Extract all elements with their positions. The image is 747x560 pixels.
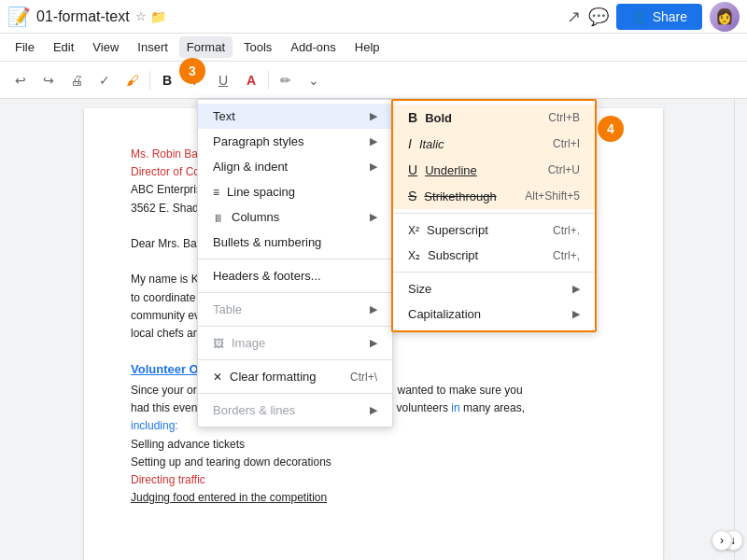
underline-icon: U xyxy=(408,162,417,177)
doc-list-4: Judging food entered in the competition xyxy=(131,489,616,507)
print-button[interactable]: 🖨 xyxy=(63,67,90,93)
fmt-divider-2 xyxy=(198,292,392,293)
text-divider-2 xyxy=(393,272,595,273)
comment-icon[interactable]: 💬 xyxy=(588,7,609,27)
format-menu-paragraph[interactable]: Paragraph styles ▶ xyxy=(198,129,392,154)
strike-label-area: S Strikethrough xyxy=(408,189,497,203)
format-menu-text[interactable]: Text ▶ xyxy=(198,104,392,129)
headers-label: Headers & footers... xyxy=(213,269,321,283)
redo-button[interactable]: ↪ xyxy=(35,67,62,93)
format-menu-image: 🖼 Image ▶ xyxy=(198,330,392,356)
menu-help[interactable]: Help xyxy=(347,36,388,58)
subscript-label-area: X₂ Subscript xyxy=(408,248,478,262)
text-italic[interactable]: I Italic Ctrl+I xyxy=(393,131,595,157)
menu-tools[interactable]: Tools xyxy=(236,36,279,58)
format-menu-linespacing[interactable]: ≡ Line spacing xyxy=(198,179,392,204)
image-icon: 🖼 xyxy=(213,337,224,350)
scroll-right-btn[interactable]: › xyxy=(712,530,732,551)
text-bold[interactable]: B Bold Ctrl+B xyxy=(393,105,595,131)
star-icon[interactable]: ☆ xyxy=(135,9,147,23)
menu-file[interactable]: File xyxy=(7,36,42,58)
table-label: Table xyxy=(213,302,242,316)
folder-icon[interactable]: 📁 xyxy=(150,9,166,24)
superscript-text: Superscript xyxy=(427,223,488,237)
spellcheck-button[interactable]: ✓ xyxy=(92,67,118,93)
italic-shortcut: Ctrl+I xyxy=(553,137,580,150)
size-chevron: ▶ xyxy=(572,283,580,295)
share-button[interactable]: 👤 Share xyxy=(616,4,702,30)
columns-icon: ⫼ xyxy=(213,211,224,224)
toolbar: ↩ ↪ 🖨 ✓ 🖌 B I U A ✏ ⌄ xyxy=(0,62,747,99)
text-divider-1 xyxy=(393,213,595,214)
strikethrough-shortcut: Alt+Shift+5 xyxy=(525,189,580,203)
font-color-button[interactable]: A xyxy=(238,67,264,93)
trend-icon[interactable]: ↗ xyxy=(567,7,581,27)
text-superscript[interactable]: X² Superscript Ctrl+. xyxy=(393,217,595,243)
scrollbar-right[interactable] xyxy=(734,99,747,560)
superscript-label-area: X² Superscript xyxy=(408,223,488,237)
text-chevron: ▶ xyxy=(370,110,377,122)
avatar[interactable]: 👩 xyxy=(710,2,740,32)
align-chevron: ▶ xyxy=(370,161,377,173)
format-menu: Text ▶ Paragraph styles ▶ Align & indent… xyxy=(197,99,393,427)
text-strikethrough[interactable]: S Strikethrough Alt+Shift+5 xyxy=(393,183,595,209)
doc-title[interactable]: 01-format-text xyxy=(36,8,130,25)
format-menu-table: Table ▶ xyxy=(198,297,392,322)
subscript-text: Subscript xyxy=(428,248,478,262)
text-size[interactable]: Size ▶ xyxy=(393,276,595,301)
format-menu-borders: Borders & lines ▶ xyxy=(198,398,392,423)
superscript-icon: X² xyxy=(408,224,419,237)
underline-label-area: U Underline xyxy=(408,162,477,177)
subscript-icon: X₂ xyxy=(408,249,420,262)
menubar: File Edit View Insert Format Tools Add-o… xyxy=(0,34,747,62)
titlebar: 📝 01-format-text ☆ 📁 ↗ 💬 👤 Share 👩 xyxy=(0,0,747,34)
linespacing-icon-area: ≡ Line spacing xyxy=(213,185,295,199)
italic-icon: I xyxy=(408,136,412,151)
format-menu-columns[interactable]: ⫼ Columns ▶ xyxy=(198,204,392,230)
text-capitalization[interactable]: Capitalization ▶ xyxy=(393,301,595,327)
menu-edit[interactable]: Edit xyxy=(46,36,81,58)
image-icon-area: 🖼 Image xyxy=(213,336,265,350)
bullets-label: Bullets & numbering xyxy=(213,235,321,249)
capitalization-chevron: ▶ xyxy=(572,308,580,320)
columns-icon-area: ⫼ Columns xyxy=(213,210,279,224)
undo-button[interactable]: ↩ xyxy=(7,67,34,93)
divider2 xyxy=(268,71,269,90)
menu-view[interactable]: View xyxy=(85,36,126,58)
divider1 xyxy=(149,71,150,90)
capitalization-text: Capitalization xyxy=(408,307,481,321)
edit-pen-button[interactable]: ✏ xyxy=(273,67,299,93)
expand-button[interactable]: ⌄ xyxy=(301,67,327,93)
underline-button[interactable]: U xyxy=(210,67,236,93)
clearformat-icon-area: ✕ Clear formatting xyxy=(213,370,316,384)
format-text-label: Text xyxy=(213,109,235,123)
text-underline[interactable]: U Underline Ctrl+U xyxy=(393,157,595,183)
paintformat-button[interactable]: 🖌 xyxy=(120,67,146,93)
menu-insert[interactable]: Insert xyxy=(130,36,176,58)
bold-button[interactable]: B xyxy=(154,67,180,93)
fmt-divider-5 xyxy=(198,393,392,394)
table-chevron: ▶ xyxy=(370,303,377,315)
menu-addons[interactable]: Add-ons xyxy=(283,36,343,58)
text-subscript[interactable]: X₂ Subscript Ctrl+, xyxy=(393,243,595,268)
strikethrough-text: Strikethrough xyxy=(424,189,496,203)
image-label: Image xyxy=(232,336,265,350)
italic-label-area: I Italic xyxy=(408,136,444,151)
image-chevron: ▶ xyxy=(370,337,377,349)
menu-format[interactable]: Format xyxy=(179,36,233,58)
format-align-label: Align & indent xyxy=(213,160,288,174)
superscript-shortcut: Ctrl+. xyxy=(553,224,580,237)
step-badge-3: 3 xyxy=(179,58,205,84)
size-text: Size xyxy=(408,282,431,296)
format-menu-clearformat[interactable]: ✕ Clear formatting Ctrl+\ xyxy=(198,364,392,389)
format-menu-align[interactable]: Align & indent ▶ xyxy=(198,154,392,179)
columns-chevron: ▶ xyxy=(370,211,377,223)
format-menu-bullets[interactable]: Bullets & numbering xyxy=(198,230,392,255)
bold-text: Bold xyxy=(425,111,452,125)
clearformat-label: Clear formatting xyxy=(230,370,316,384)
fmt-divider-4 xyxy=(198,359,392,360)
doc-list-2: Setting up and tearing down decorations xyxy=(131,454,616,471)
bold-shortcut: Ctrl+B xyxy=(548,111,580,124)
format-menu-headers[interactable]: Headers & footers... xyxy=(198,263,392,288)
fmt-divider-3 xyxy=(198,326,392,327)
